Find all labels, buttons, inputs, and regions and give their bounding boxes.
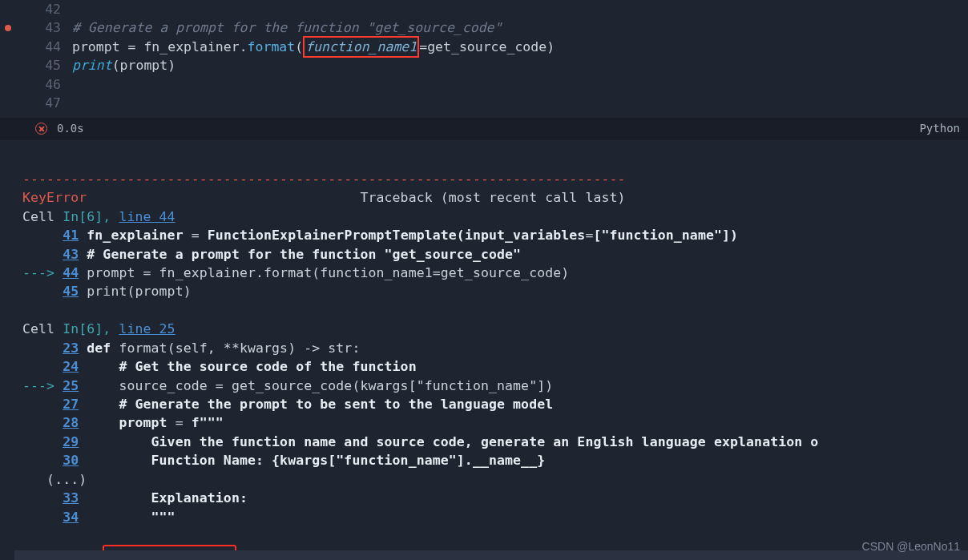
line-number: 46	[0, 75, 72, 94]
traceback-link[interactable]: 27	[63, 397, 79, 412]
traceback-link[interactable]: 30	[63, 453, 79, 468]
code-line-44[interactable]: prompt = fn_explainer.format(function_na…	[72, 38, 555, 56]
traceback-link[interactable]: 43	[63, 247, 79, 262]
line-number: 47	[0, 94, 72, 112]
line-number: 44	[0, 38, 72, 56]
traceback-link[interactable]: line 25	[119, 321, 175, 336]
code-editor[interactable]: 42 43 # Generate a prompt for the functi…	[0, 0, 968, 113]
traceback-separator: ----------------------------------------…	[22, 171, 626, 187]
traceback-link[interactable]: 24	[63, 359, 79, 374]
traceback-link[interactable]: line 44	[119, 209, 175, 224]
traceback-link[interactable]: 33	[63, 490, 79, 506]
traceback-link[interactable]: 34	[63, 510, 79, 525]
code-line-45[interactable]: print(prompt)	[72, 56, 175, 75]
horizontal-scrollbar[interactable]	[14, 550, 968, 560]
error-icon[interactable]	[35, 123, 47, 135]
traceback-link[interactable]: 25	[63, 378, 79, 393]
traceback-header: Traceback (most recent call last)	[360, 190, 625, 205]
highlight-box-param: function_name1	[303, 36, 419, 58]
traceback-link[interactable]: 41	[63, 228, 79, 243]
traceback-output[interactable]: ----------------------------------------…	[0, 140, 968, 560]
language-indicator[interactable]: Python	[919, 121, 960, 137]
execution-status-bar: 0.0s Python	[0, 118, 968, 140]
line-number: 42	[0, 0, 72, 18]
error-class: KeyError	[22, 190, 87, 205]
line-number: 45	[0, 56, 72, 75]
traceback-link[interactable]: 44	[63, 265, 79, 280]
code-line-43[interactable]: # Generate a prompt for the function "ge…	[72, 18, 502, 37]
traceback-link[interactable]: 29	[63, 434, 79, 449]
line-number: 43	[0, 18, 72, 37]
watermark: CSDN @LeonNo11	[862, 539, 960, 555]
breakpoint-icon[interactable]	[5, 25, 11, 31]
exec-time: 0.0s	[57, 121, 84, 137]
traceback-link[interactable]: 28	[63, 415, 79, 430]
traceback-link[interactable]: 23	[63, 340, 79, 356]
traceback-link[interactable]: 45	[63, 284, 79, 299]
